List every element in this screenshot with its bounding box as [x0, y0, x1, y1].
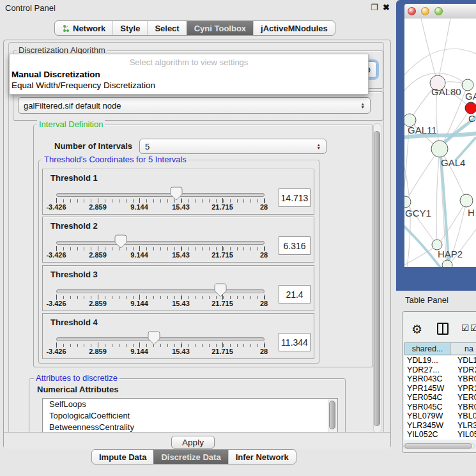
- table-row[interactable]: YIL052CYIL05: [404, 430, 476, 440]
- gear-icon[interactable]: ⚙: [411, 322, 422, 337]
- cell-shared-name: YIL052C: [407, 430, 438, 439]
- scale-label: -3.426: [34, 251, 79, 259]
- network-edge: [404, 49, 476, 79]
- major-tick: [98, 198, 98, 203]
- tab-label: Network: [73, 24, 105, 33]
- tab-network[interactable]: Network: [55, 21, 112, 35]
- table-row[interactable]: YER054CYER05: [404, 393, 476, 403]
- cell-name: YBR04: [457, 403, 476, 411]
- network-node[interactable]: [465, 102, 476, 114]
- scale-label: 2.859: [75, 348, 120, 355]
- threshold-slider-track[interactable]: [56, 289, 265, 293]
- control-panel-titlebar: Control Panel ❐ ✖: [0, 0, 395, 17]
- network-node[interactable]: [460, 194, 473, 207]
- tab-impute-data[interactable]: Impute Data: [92, 450, 153, 464]
- cell-name: YDL19: [457, 356, 476, 365]
- checkbox-icon[interactable]: ☑: [470, 323, 476, 333]
- attributes-scrollbar-track[interactable]: [328, 399, 337, 433]
- table-data-combobox[interactable]: galFiltered.sif default node ▲▼: [18, 97, 371, 114]
- zoom-light[interactable]: [434, 7, 443, 15]
- major-tick: [98, 342, 98, 348]
- scale-label: 21.715: [200, 300, 245, 307]
- table-row[interactable]: YDR27...YDR27: [404, 365, 476, 375]
- table-row[interactable]: YDL19...YDL19: [404, 356, 476, 365]
- cell-shared-name: YDR27...: [407, 365, 440, 374]
- threshold-slider-track[interactable]: [56, 193, 265, 197]
- numerical-attributes-list[interactable]: SelfLoopsTopologicalCoefficientBetweenne…: [42, 398, 338, 433]
- major-tick: [139, 246, 140, 251]
- number-of-intervals-combobox[interactable]: 5 ▲▼: [139, 139, 326, 154]
- cell-name: YLR34: [457, 421, 476, 430]
- slider-thumb[interactable]: [214, 283, 227, 297]
- tab-select[interactable]: Select: [147, 21, 186, 35]
- network-node[interactable]: [462, 79, 473, 91]
- tab-style[interactable]: Style: [112, 21, 147, 35]
- column-header-na[interactable]: na: [450, 342, 476, 355]
- network-canvas[interactable]: GAL80GACGAL11GAL4GCY1HHAP2: [404, 19, 476, 267]
- checkbox-icon[interactable]: ☑: [461, 323, 470, 333]
- slider-ticks: [56, 199, 265, 203]
- algorithm-option-equal-width-frequency-discretization[interactable]: Equal Width/Frequency Discretization: [12, 81, 365, 91]
- scale-label: 15.43: [158, 300, 203, 307]
- attribute-item-topologicalcoefficient[interactable]: TopologicalCoefficient: [43, 410, 337, 422]
- columns-icon[interactable]: [437, 323, 449, 335]
- table-row[interactable]: YBR043CYBR04: [404, 374, 476, 384]
- panel-scrollbar-thumb[interactable]: [374, 131, 380, 426]
- major-tick: [56, 295, 57, 300]
- scale-label: 9.144: [117, 251, 162, 259]
- threshold-slider-track[interactable]: [56, 241, 265, 245]
- tab-infer-network[interactable]: Infer Network: [228, 450, 296, 464]
- algorithm-dropdown-popup: Select algorithm to view settings Manual…: [9, 54, 369, 95]
- tab-label: jActiveMNodules: [261, 24, 328, 33]
- table-row[interactable]: YBL079WYBL07: [404, 411, 476, 421]
- interval-definition-title: Interval Definition: [37, 120, 105, 129]
- node-label-h: H: [468, 207, 475, 218]
- tab-discretize-data[interactable]: Discretize Data: [153, 450, 227, 464]
- threshold-slider-track[interactable]: [56, 337, 265, 341]
- column-header-shared-[interactable]: shared...: [404, 342, 450, 355]
- cell-shared-name: YPR145W: [407, 384, 444, 393]
- tab-jactivemnodules[interactable]: jActiveMNodules: [253, 21, 335, 35]
- threshold-label: Threshold 1: [50, 173, 98, 183]
- table-row[interactable]: YLR345WYLR34: [404, 421, 476, 431]
- network-node[interactable]: [442, 260, 452, 267]
- scale-label: 28: [242, 348, 286, 355]
- scale-label: 28: [242, 300, 286, 307]
- major-tick: [222, 198, 223, 203]
- table-row[interactable]: YPR145WYPR14: [404, 384, 476, 394]
- close-icon[interactable]: ✖: [383, 3, 390, 12]
- apply-button[interactable]: Apply: [171, 436, 215, 449]
- tab-label: Style: [120, 24, 140, 33]
- table-data-value: galFiltered.sif default node: [24, 101, 121, 111]
- bottom-tab-bar: Impute DataDiscretize DataInfer Network: [91, 449, 296, 464]
- scale-label: 9.144: [117, 203, 162, 211]
- float-window-icon[interactable]: ❐: [371, 3, 378, 12]
- scale-label: -3.426: [34, 300, 79, 307]
- major-tick: [181, 295, 181, 300]
- tab-label: Cyni Toolbox: [194, 24, 246, 33]
- table-row[interactable]: YBR045CYBR04: [404, 403, 476, 412]
- network-edge: [436, 149, 440, 244]
- attributes-scrollbar-thumb[interactable]: [329, 401, 335, 429]
- cell-name: YBR04: [457, 374, 476, 383]
- algorithm-option-manual-discretization[interactable]: Manual Discretization: [12, 70, 365, 80]
- threshold-panel: Threshold 3 21.4 -3.4262.8599.14415.4321…: [42, 265, 314, 311]
- table-hscrollbar-thumb[interactable]: [404, 443, 472, 449]
- major-tick: [181, 246, 181, 251]
- panel-title: Control Panel: [5, 3, 56, 13]
- close-light[interactable]: [408, 7, 416, 15]
- cell-name: YDR27: [457, 365, 476, 374]
- scale-label: 9.144: [117, 348, 162, 355]
- scale-label: 9.144: [117, 300, 162, 307]
- major-tick: [98, 246, 98, 251]
- tab-cyni-toolbox[interactable]: Cyni Toolbox: [187, 21, 253, 35]
- threshold-label: Threshold 3: [50, 270, 98, 279]
- slider-thumb[interactable]: [114, 234, 127, 249]
- slider-thumb[interactable]: [148, 331, 160, 345]
- network-edge: [448, 229, 476, 266]
- minimize-light[interactable]: [421, 7, 429, 15]
- network-node[interactable]: [431, 141, 448, 157]
- node-label-gal80: GAL80: [431, 86, 461, 97]
- top-tab-bar: NetworkStyleSelectCyni ToolboxjActiveMNo…: [54, 20, 335, 36]
- attribute-item-selfloops[interactable]: SelfLoops: [43, 399, 337, 410]
